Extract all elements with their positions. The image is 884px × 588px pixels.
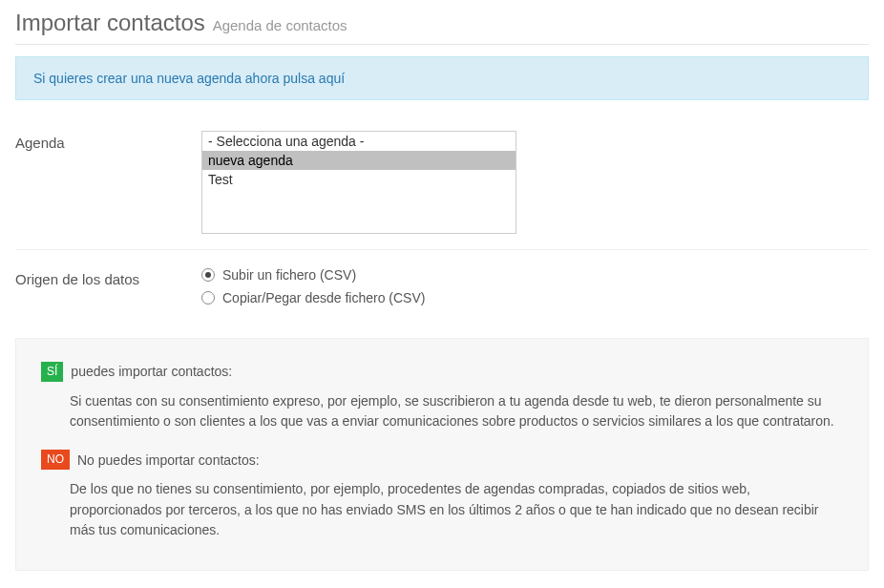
agenda-option[interactable]: nueva agenda (202, 151, 516, 170)
radio-icon (201, 291, 215, 304)
badge-yes: SÍ (41, 362, 63, 382)
agenda-select[interactable]: - Selecciona una agenda -nueva agendaTes… (201, 131, 516, 234)
consent-yes-title: puedes importar contactos: (71, 364, 232, 379)
consent-no-title: No puedes importar contactos: (77, 452, 260, 468)
create-agenda-link[interactable]: Si quieres crear una nueva agenda ahora … (33, 71, 345, 86)
origin-radio-item[interactable]: Subir un fichero (CSV) (201, 267, 526, 283)
page-subtitle: Agenda de contactos (213, 17, 347, 33)
origin-label: Origen de los datos (15, 267, 201, 287)
info-alert: Si quieres crear una nueva agenda ahora … (15, 56, 869, 100)
agenda-label: Agenda (15, 131, 201, 151)
consent-yes-body: Si cuentas con su consentimiento expreso… (70, 391, 843, 432)
consent-no-body: De los que no tienes su consentimiento, … (70, 479, 843, 541)
agenda-option[interactable]: - Selecciona una agenda - (202, 132, 516, 151)
radio-label: Subir un fichero (CSV) (222, 267, 356, 283)
page-title: Importar contactos (15, 10, 205, 35)
badge-no: NO (41, 450, 70, 470)
consent-no-header: NO No puedes importar contactos: (41, 450, 843, 470)
consent-panel: SÍ puedes importar contactos: Si cuentas… (15, 338, 869, 571)
origin-radio-item[interactable]: Copiar/Pegar desde fichero (CSV) (201, 290, 526, 305)
origin-radio-group: Subir un fichero (CSV)Copiar/Pegar desde… (201, 267, 526, 305)
radio-label: Copiar/Pegar desde fichero (CSV) (222, 290, 425, 305)
consent-yes-header: SÍ puedes importar contactos: (41, 362, 843, 382)
origin-row: Origen de los datos Subir un fichero (CS… (15, 258, 869, 321)
page-header: Importar contactos Agenda de contactos (15, 10, 869, 45)
radio-icon (201, 268, 215, 282)
agenda-option[interactable]: Test (202, 170, 516, 189)
agenda-row: Agenda - Selecciona una agenda -nueva ag… (15, 121, 869, 250)
